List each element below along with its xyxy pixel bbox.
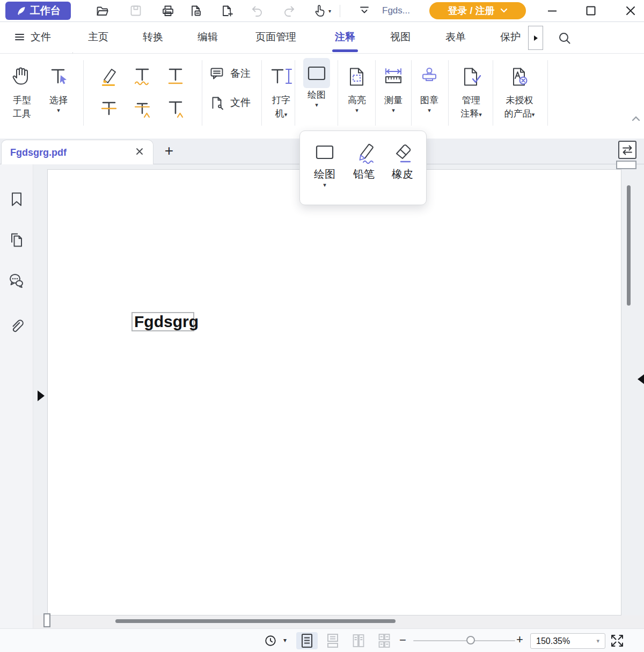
vertical-scrollbar[interactable] bbox=[627, 185, 631, 306]
insert-text-button[interactable] bbox=[163, 95, 188, 122]
text-field[interactable]: Fgdsgrg bbox=[131, 312, 194, 331]
read-mode-button[interactable] bbox=[264, 634, 277, 647]
underline-button[interactable] bbox=[163, 62, 188, 90]
dropdown-draw-caret-icon: ▾ bbox=[323, 182, 326, 189]
replace-text-icon bbox=[130, 97, 154, 120]
zoom-out-button[interactable]: − bbox=[399, 634, 406, 646]
minimize-button[interactable] bbox=[545, 4, 559, 18]
redo-icon[interactable] bbox=[282, 4, 296, 18]
zoom-in-button[interactable]: + bbox=[516, 634, 523, 646]
right-panel-expand-handle[interactable] bbox=[638, 374, 644, 384]
collapse-ribbon-button[interactable] bbox=[631, 115, 641, 122]
replace-text-button[interactable] bbox=[130, 95, 155, 122]
dropdown-eraser-label: 橡皮 bbox=[392, 166, 413, 182]
workspace-button[interactable]: 工作台 bbox=[5, 2, 71, 20]
menu-tab-convert[interactable]: 转换 bbox=[140, 22, 166, 52]
squiggly-underline-button[interactable] bbox=[130, 62, 155, 90]
left-panel-expand-handle[interactable] bbox=[38, 390, 45, 401]
draw-rectangle-icon bbox=[313, 137, 336, 166]
unauthorized-caret-icon: ▾ bbox=[532, 111, 535, 118]
login-register-button[interactable]: 登录 / 注册 bbox=[429, 2, 526, 19]
stamp-button[interactable]: 图章 ▾ bbox=[413, 60, 445, 114]
typewriter-button[interactable]: 打字机▾ bbox=[265, 60, 297, 120]
ribbon-divider bbox=[411, 60, 412, 126]
attachments-panel-button[interactable] bbox=[8, 316, 26, 336]
facing-pages-icon bbox=[352, 633, 365, 648]
manage-comments-button[interactable]: 管理注释▾ bbox=[451, 60, 492, 120]
menu-tab-comment[interactable]: 注释 bbox=[331, 22, 359, 52]
print-icon[interactable] bbox=[161, 4, 175, 18]
menu-file[interactable]: 文件 bbox=[14, 22, 68, 52]
search-icon[interactable] bbox=[557, 31, 572, 46]
menu-bar: 文件 主页 转换 编辑 页面管理 注释 视图 表单 保护 bbox=[0, 22, 644, 54]
menu-tab-protect[interactable]: 保护 bbox=[497, 22, 524, 52]
pages-panel-button[interactable] bbox=[8, 231, 26, 251]
note-button[interactable]: 备注 bbox=[209, 66, 251, 82]
zoom-slider-track[interactable] bbox=[413, 640, 515, 641]
read-mode-caret-icon[interactable]: ▾ bbox=[283, 636, 287, 644]
manage-comments-caret-icon: ▾ bbox=[479, 111, 482, 118]
extract-page-icon[interactable] bbox=[189, 4, 203, 18]
switch-tabs-button[interactable] bbox=[618, 141, 636, 159]
menu-tab-page-management[interactable]: 页面管理 bbox=[250, 22, 302, 52]
comments-panel-button[interactable] bbox=[8, 272, 26, 292]
ribbon-divider bbox=[202, 60, 202, 126]
draw-caret-icon: ▾ bbox=[315, 102, 318, 108]
zoom-level-input[interactable]: 150.35% ▾ bbox=[530, 633, 605, 649]
app-window: 工作台 ▾ Fgds... 登录 bbox=[0, 0, 644, 652]
hand-tool-button[interactable]: 手型工具 bbox=[6, 60, 38, 120]
fullscreen-button[interactable] bbox=[610, 633, 625, 648]
undo-icon[interactable] bbox=[250, 4, 264, 18]
new-page-icon[interactable] bbox=[220, 4, 234, 18]
menu-tab-view[interactable]: 视图 bbox=[387, 22, 414, 52]
select-label: 选择 bbox=[49, 93, 68, 107]
menu-tab-form[interactable]: 表单 bbox=[442, 22, 469, 52]
hand-tool-label: 手型工具 bbox=[12, 93, 32, 120]
menu-tab-home[interactable]: 主页 bbox=[85, 22, 112, 52]
zoom-slider-handle[interactable] bbox=[466, 636, 475, 644]
titlebar-divider bbox=[340, 5, 340, 17]
bookmarks-panel-button[interactable] bbox=[8, 190, 26, 211]
document-tab[interactable]: Fgdsgrg.pdf bbox=[1, 140, 153, 165]
strikethrough-icon bbox=[97, 97, 121, 120]
maximize-button[interactable] bbox=[584, 4, 598, 18]
note-label: 备注 bbox=[230, 67, 251, 81]
open-file-icon[interactable] bbox=[96, 4, 109, 18]
hand-mode-icon[interactable] bbox=[313, 4, 327, 18]
facing-view-button[interactable] bbox=[348, 632, 369, 649]
strikethrough-button[interactable] bbox=[97, 95, 121, 122]
note-icon bbox=[209, 66, 225, 82]
pdf-page[interactable]: Fgdsgrg bbox=[47, 169, 621, 615]
highlight-text-button[interactable] bbox=[97, 62, 121, 90]
stamp-label: 图章 bbox=[420, 93, 438, 107]
save-icon[interactable] bbox=[129, 4, 143, 18]
single-page-view-button[interactable] bbox=[296, 632, 318, 649]
select-tool-button[interactable]: 选择 ▾ bbox=[43, 60, 74, 114]
tab-close-button[interactable] bbox=[134, 146, 145, 157]
measure-button[interactable]: 测量 ▾ bbox=[377, 60, 410, 114]
continuous-view-button[interactable] bbox=[322, 632, 343, 649]
menu-overflow-button[interactable] bbox=[528, 26, 543, 50]
bookmark-icon bbox=[8, 190, 26, 208]
fullscreen-icon bbox=[610, 633, 625, 648]
new-tab-button[interactable]: + bbox=[161, 141, 177, 161]
menu-tab-edit[interactable]: 编辑 bbox=[194, 22, 221, 52]
login-caret-icon bbox=[500, 8, 508, 13]
window-title: Fgds... bbox=[382, 5, 410, 16]
area-highlight-button[interactable]: 高亮 ▾ bbox=[340, 60, 374, 114]
file-attachment-icon bbox=[209, 95, 225, 111]
facing-continuous-view-button[interactable] bbox=[374, 632, 395, 649]
draw-dropdown-panel: 绘图 ▾ 铅笔 橡皮 bbox=[299, 131, 427, 205]
dropdown-item-eraser[interactable]: 橡皮 bbox=[386, 137, 419, 182]
close-button[interactable] bbox=[624, 4, 638, 18]
draw-button[interactable]: 绘图 ▾ bbox=[298, 58, 335, 108]
attach-file-button[interactable]: 文件 bbox=[209, 95, 251, 111]
dropdown-item-pencil[interactable]: 铅笔 bbox=[347, 137, 380, 182]
unauthorized-product-button[interactable]: 未授权的产品▾ bbox=[496, 60, 543, 120]
dropdown-item-draw[interactable]: 绘图 ▾ bbox=[308, 137, 341, 189]
collapse-toolbar-icon[interactable] bbox=[357, 4, 371, 18]
text-select-icon bbox=[47, 60, 70, 93]
horizontal-scrollbar[interactable] bbox=[115, 619, 396, 623]
hand-mode-caret-icon[interactable]: ▾ bbox=[328, 9, 331, 14]
facing-continuous-icon bbox=[378, 633, 391, 648]
